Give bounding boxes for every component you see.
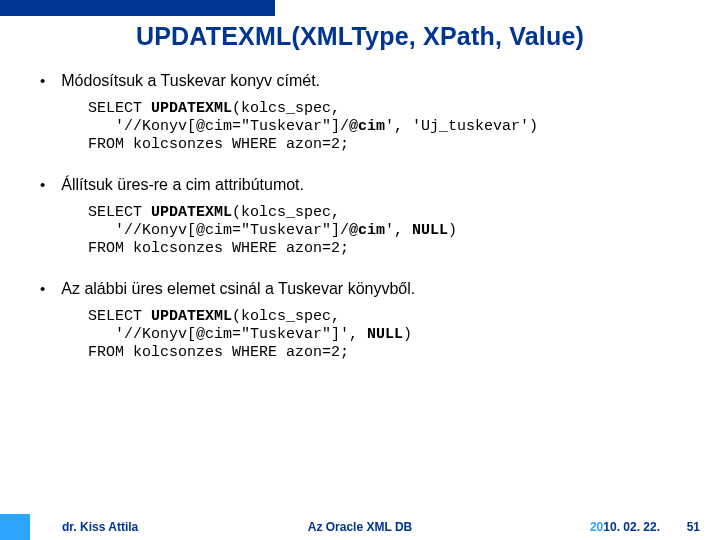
code-text: (kolcs_spec, [232, 100, 340, 117]
code-block-3: SELECT UPDATEXML(kolcs_spec, '//Konyv[@c… [88, 308, 692, 362]
code-text: SELECT [88, 100, 151, 117]
code-bold: @cim [349, 118, 385, 135]
code-text: (kolcs_spec, [232, 308, 340, 325]
code-text: '//Konyv[@cim="Tuskevar"]/ [88, 118, 349, 135]
bullet-dot: • [40, 280, 45, 298]
code-bold: UPDATEXML [151, 308, 232, 325]
code-bold: @cim [349, 222, 385, 239]
bullet-3: • Az alábbi üres elemet csinál a Tuskeva… [40, 280, 692, 298]
code-text: ) [448, 222, 457, 239]
code-bold: NULL [367, 326, 403, 343]
footer-page-number: 51 [687, 520, 700, 534]
bullet-2: • Állítsuk üres-re a cim attribútumot. [40, 176, 692, 194]
code-bold: UPDATEXML [151, 204, 232, 221]
code-text: '//Konyv[@cim="Tuskevar"]', [88, 326, 367, 343]
code-text: FROM kolcsonzes WHERE azon=2; [88, 344, 349, 361]
code-bold: NULL [412, 222, 448, 239]
bullet-1: • Módosítsuk a Tuskevar konyv címét. [40, 72, 692, 90]
slide-accent-bar [0, 0, 275, 16]
footer-date-year-prefix: 20 [590, 520, 603, 534]
footer-date: 2010. 02. 22. [590, 520, 660, 534]
code-block-1: SELECT UPDATEXML(kolcs_spec, '//Konyv[@c… [88, 100, 692, 154]
code-block-2: SELECT UPDATEXML(kolcs_spec, '//Konyv[@c… [88, 204, 692, 258]
code-text: FROM kolcsonzes WHERE azon=2; [88, 240, 349, 257]
bullet-dot: • [40, 72, 45, 90]
code-bold: UPDATEXML [151, 100, 232, 117]
code-text: (kolcs_spec, [232, 204, 340, 221]
code-text: ', 'Uj_tuskevar') [385, 118, 538, 135]
bullet-2-text: Állítsuk üres-re a cim attribútumot. [61, 176, 304, 194]
slide-title: UPDATEXML(XMLType, XPath, Value) [0, 22, 720, 51]
footer-date-rest: 10. 02. 22. [603, 520, 660, 534]
code-text: ', [385, 222, 412, 239]
code-text: SELECT [88, 308, 151, 325]
slide-content: • Módosítsuk a Tuskevar konyv címét. SEL… [28, 72, 692, 384]
code-text: ) [403, 326, 412, 343]
bullet-dot: • [40, 176, 45, 194]
code-text: SELECT [88, 204, 151, 221]
bullet-3-text: Az alábbi üres elemet csinál a Tuskevar … [61, 280, 415, 298]
slide-footer: dr. Kiss Attila Az Oracle XML DB 2010. 0… [0, 514, 720, 540]
bullet-1-text: Módosítsuk a Tuskevar konyv címét. [61, 72, 320, 90]
code-text: '//Konyv[@cim="Tuskevar"]/ [88, 222, 349, 239]
code-text: FROM kolcsonzes WHERE azon=2; [88, 136, 349, 153]
